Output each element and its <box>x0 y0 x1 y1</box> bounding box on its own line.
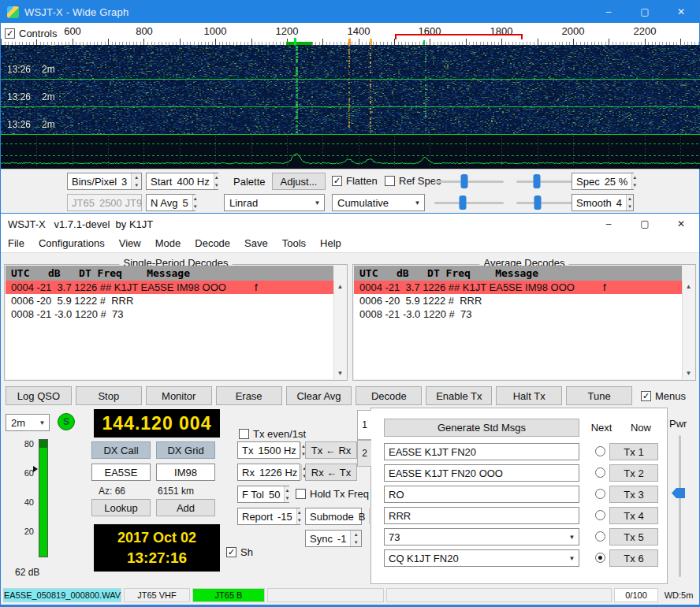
palette-adjust-button[interactable]: Adjust... <box>272 173 326 190</box>
monitor-button[interactable]: Monitor <box>146 386 212 405</box>
spectrum-mode-combo[interactable]: Cumulative ▼ <box>332 194 425 211</box>
scroll-up-icon[interactable]: ▲ <box>686 281 692 292</box>
spinner-arrows-icon[interactable]: ▲▼ <box>192 195 198 210</box>
hold-tx-freq-checkbox[interactable]: Hold Tx Freq <box>296 488 369 500</box>
dx-call-button[interactable]: DX Call <box>91 441 151 459</box>
minimize-button[interactable]: – <box>590 1 627 23</box>
message-field-4[interactable]: RRR <box>384 507 579 524</box>
n-avg-spinner[interactable]: N Avg5 ▲▼ <box>146 194 195 211</box>
controls-checkbox[interactable]: ✓ Controls <box>5 28 61 39</box>
scroll-down-icon[interactable]: ▼ <box>686 367 692 379</box>
tx-2-button[interactable]: Tx 2 <box>609 464 658 482</box>
spinner-arrows-icon[interactable]: ▲▼ <box>626 195 633 210</box>
tx-to-rx-button[interactable]: Tx ← Rx <box>305 441 357 459</box>
close-button[interactable]: ✕ <box>663 214 699 234</box>
message-field-2[interactable]: EA5SE K1JT FN20 OOO <box>384 464 579 482</box>
message-field-1[interactable]: EA5SE K1JT FN20 <box>384 443 579 460</box>
next-radio-6[interactable] <box>595 553 605 563</box>
flatten-checkbox[interactable]: ✓ Flatten <box>332 175 378 187</box>
tx-even-checkbox[interactable]: Tx even/1st <box>239 428 306 440</box>
decode-row[interactable]: 0008 -21 -3.0 1220 # 73 <box>354 307 682 321</box>
next-radio-1[interactable] <box>595 446 605 456</box>
log-qso-button[interactable]: Log QSO <box>6 386 72 405</box>
ftol-spinner[interactable]: F Tol50 ▲▼ <box>237 486 289 503</box>
tx-3-button[interactable]: Tx 3 <box>609 486 658 503</box>
decode-scrollbar[interactable]: ▲ ▼ <box>682 281 694 379</box>
next-radio-2[interactable] <box>595 467 605 478</box>
halt-tx-button[interactable]: Halt Tx <box>496 386 562 405</box>
generate-std-msgs-button[interactable]: Generate Std Msgs <box>384 419 579 437</box>
menu-item-view[interactable]: View <box>112 235 148 251</box>
minimize-button[interactable]: – <box>590 214 627 234</box>
frequency-display[interactable]: 144.120 004 <box>94 409 220 438</box>
decode-row[interactable]: 0006 -20 5.9 1222 # RRR <box>354 294 682 307</box>
menu-item-file[interactable]: File <box>1 235 32 251</box>
scroll-down-icon[interactable]: ▼ <box>337 367 344 379</box>
next-radio-4[interactable] <box>595 510 605 520</box>
sh-checkbox[interactable]: ✓ Sh <box>226 546 253 558</box>
spec-gain-slider[interactable] <box>433 173 505 190</box>
menu-item-help[interactable]: Help <box>313 235 348 251</box>
scroll-up-icon[interactable]: ▲ <box>337 281 344 292</box>
dx-grid-button[interactable]: DX Grid <box>156 441 215 459</box>
enable-tx-button[interactable]: Enable Tx <box>426 386 492 405</box>
maximize-button[interactable]: ▢ <box>627 1 663 23</box>
dx-call-field[interactable]: EA5SE <box>91 464 151 481</box>
decode-row[interactable]: 0008 -21 -3.0 1220 # 73 <box>6 307 333 321</box>
tx-5-button[interactable]: Tx 5 <box>609 528 658 546</box>
messages-tab-2[interactable]: 2 <box>357 440 371 467</box>
spinner-arrows-icon[interactable]: ▲▼ <box>214 173 219 189</box>
submode-spinner[interactable]: SubmodeB ▲▼ <box>305 508 362 525</box>
tx-6-button[interactable]: Tx 6 <box>609 549 658 567</box>
message-combo-6[interactable]: CQ K1JT FN20▼ <box>384 549 579 567</box>
add-button[interactable]: Add <box>156 499 215 516</box>
messages-tab-1[interactable]: 1 <box>357 410 371 440</box>
spinner-arrows-icon[interactable]: ▲▼ <box>631 173 637 189</box>
message-combo-5[interactable]: 73▼ <box>384 528 579 546</box>
menus-checkbox[interactable]: ✓ Menus <box>641 390 694 402</box>
menu-item-save[interactable]: Save <box>237 235 275 251</box>
stop-button[interactable]: Stop <box>76 386 142 405</box>
menu-item-mode[interactable]: Mode <box>148 235 188 251</box>
tx-4-button[interactable]: Tx 4 <box>609 507 658 524</box>
clear-avg-button[interactable]: Clear Avg <box>286 386 352 405</box>
spinner-arrows-icon[interactable]: ▲▼ <box>284 486 289 502</box>
lookup-button[interactable]: Lookup <box>91 499 151 516</box>
spinner-arrows-icon[interactable]: ▲▼ <box>350 531 361 546</box>
smooth-spinner[interactable]: Smooth4 ▲▼ <box>572 194 634 211</box>
maximize-button[interactable]: ▢ <box>627 214 663 234</box>
tune-button[interactable]: Tune <box>566 386 632 405</box>
slider-handle[interactable] <box>533 174 540 188</box>
spinner-arrows-icon[interactable]: ▲▼ <box>296 508 302 524</box>
tx-1-button[interactable]: Tx 1 <box>609 443 658 460</box>
next-radio-3[interactable] <box>595 489 605 499</box>
wide-graph-titlebar[interactable]: WSJT-X - Wide Graph – ▢ ✕ <box>1 1 699 23</box>
slider-handle[interactable] <box>460 174 467 188</box>
pwr-slider[interactable] <box>679 435 681 577</box>
waterfall[interactable]: 13:26 2m 13:26 2m 13:26 2m <box>1 45 699 169</box>
bins-per-pixel-spinner[interactable]: Bins/Pixel3 ▲▼ <box>67 173 142 190</box>
tx-freq-spinner[interactable]: Tx1500 Hz ▲▼ <box>237 441 300 459</box>
dx-grid-field[interactable]: IM98 <box>156 464 215 481</box>
decode-scrollbar[interactable]: ▲ ▼ <box>333 281 346 379</box>
rx-freq-spinner[interactable]: Rx1226 Hz ▲▼ <box>237 464 300 481</box>
erase-button[interactable]: Erase <box>216 386 282 405</box>
pwr-slider-handle[interactable] <box>672 488 685 498</box>
decode-row[interactable]: 0006 -20 5.9 1222 # RRR <box>6 294 333 307</box>
decode-button[interactable]: Decode <box>356 386 422 405</box>
decode-row[interactable]: 0004 -21 3.7 1226 ## K1JT EA5SE IM98 OOO… <box>6 281 333 294</box>
main-titlebar[interactable]: WSJT-X v1.7.1-devel by K1JT – ▢ ✕ <box>1 214 699 234</box>
frequency-ruler[interactable]: ✓ Controls 600 800 1000 1200 1400 1600 1… <box>1 23 699 45</box>
sync-spinner[interactable]: Sync-1 ▲▼ <box>305 530 362 547</box>
message-field-3[interactable]: RO <box>384 486 579 503</box>
waterfall-canvas[interactable] <box>1 45 700 169</box>
spinner-arrows-icon[interactable]: ▲▼ <box>131 173 141 189</box>
band-combo[interactable]: 2m ▼ <box>6 414 50 431</box>
rx-to-tx-button[interactable]: Rx ← Tx <box>305 464 357 481</box>
close-button[interactable]: ✕ <box>663 1 699 23</box>
report-spinner[interactable]: Report-15 ▲▼ <box>237 508 300 525</box>
slider-handle[interactable] <box>459 196 466 210</box>
menu-item-tools[interactable]: Tools <box>275 235 313 251</box>
start-freq-spinner[interactable]: Start400 Hz ▲▼ <box>146 173 218 190</box>
palette-combo[interactable]: Linrad ▼ <box>224 194 325 211</box>
